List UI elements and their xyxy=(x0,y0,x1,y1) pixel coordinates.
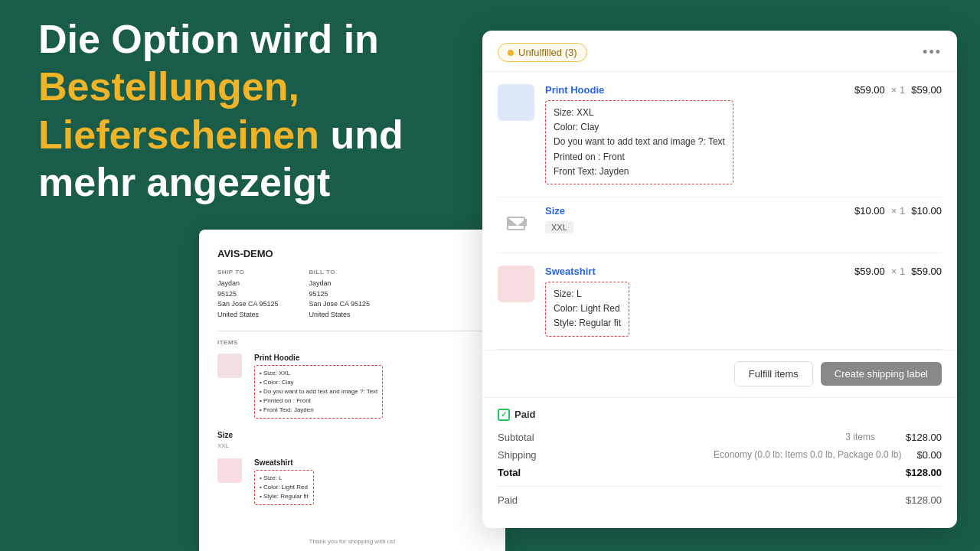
doc-item-name-sweatshirt: Sweatshirt xyxy=(254,458,314,467)
order-item-print-hoodie: Print Hoodie Size: XXL Color: Clay Do yo… xyxy=(498,72,942,197)
order-items-list: Print Hoodie Size: XXL Color: Clay Do yo… xyxy=(482,72,957,350)
shipping-label: Shipping xyxy=(498,449,537,461)
doc-item-size: Size XXL xyxy=(217,431,487,449)
summary-shipping-row: Shipping Economy (0.0 lb: Items 0.0 lb, … xyxy=(498,449,942,461)
item-props-hoodie: Size: XXL Color: Clay Do you want to add… xyxy=(545,100,733,184)
order-item-size: Size XXL $10.00 × 1 $10.00 xyxy=(498,197,942,253)
subtotal-value: $128.00 xyxy=(906,432,942,443)
size-price: $10.00 xyxy=(854,205,885,217)
shipping-desc: Economy (0.0 lb: Items 0.0 lb, Package 0… xyxy=(714,449,901,460)
create-shipping-label-button[interactable]: Create shipping label xyxy=(821,362,942,386)
shipping-value: $0.00 xyxy=(916,449,942,461)
doc-sw-prop-1: Size: L xyxy=(260,474,309,483)
doc-items-label: ITEMS xyxy=(217,339,487,346)
paid-row-value: $128.00 xyxy=(906,494,942,506)
sw-total: $59.00 xyxy=(911,266,942,277)
doc-sw-prop-3: Style: Regular fit xyxy=(260,492,309,501)
left-text-block: Die Option wird in Bestellungen, Liefers… xyxy=(38,15,467,207)
doc-footer: Thank you for shopping with us! xyxy=(199,538,505,545)
headline-line1: Die Option wird in xyxy=(38,17,379,61)
sw-price: $59.00 xyxy=(854,266,885,277)
doc-item-print-hoodie: Print Hoodie Size: XXL Color: Clay Do yo… xyxy=(217,354,487,422)
paid-header: Paid xyxy=(498,409,942,421)
size-item-icon xyxy=(498,205,534,242)
hoodie-price: $59.00 xyxy=(854,84,885,96)
hoodie-prop-2: Color: Clay xyxy=(554,120,725,135)
item-name-sweatshirt[interactable]: Sweatshirt xyxy=(545,266,839,277)
paid-section: Paid Subtotal 3 items $128.00 Shipping E… xyxy=(482,397,957,506)
doc-prop-1: Size: XXL xyxy=(260,369,377,378)
item-thumb-hoodie xyxy=(498,84,534,121)
doc-item-content-hoodie: Print Hoodie Size: XXL Color: Clay Do yo… xyxy=(254,354,383,422)
hoodie-prop-5: Front Text: Jayden xyxy=(554,165,725,179)
doc-ship-to: SHIP TO Jaydan95125San Jose CA 95125Unit… xyxy=(217,269,279,320)
doc-item-content-sweatshirt: Sweatshirt Size: L Color: Light Red Styl… xyxy=(254,458,314,508)
unfulfilled-header: Unfulfilled (3) ••• xyxy=(482,31,957,72)
size-total: $10.00 xyxy=(911,205,942,217)
item-props-sweatshirt: Size: L Color: Light Red Style: Regular … xyxy=(545,282,629,337)
doc-size-name: Size xyxy=(217,431,487,439)
total-value: $128.00 xyxy=(906,467,942,478)
doc-ship-to-address: Jaydan95125San Jose CA 95125United State… xyxy=(217,279,279,320)
more-options-button[interactable]: ••• xyxy=(923,44,942,60)
hoodie-qty: × 1 xyxy=(891,84,905,96)
item-thumb-sweatshirt xyxy=(498,266,534,302)
check-icon xyxy=(498,409,510,421)
summary-paid-row: Paid $128.00 xyxy=(498,494,942,506)
doc-prop-4: Printed on : Front xyxy=(260,396,377,406)
size-item-sku: XXL xyxy=(545,221,573,233)
doc-item-props-sweatshirt: Size: L Color: Light Red Style: Regular … xyxy=(254,470,314,505)
doc-bill-to: BILL TO Jaydan95125San Jose CA 95125Unit… xyxy=(309,269,371,320)
headline-und: und xyxy=(330,112,403,157)
hoodie-total: $59.00 xyxy=(911,84,942,96)
headline-yellow2: Lieferscheinen xyxy=(38,112,319,157)
summary-total-row: Total $128.00 xyxy=(498,467,942,478)
doc-sw-prop-2: Color: Light Red xyxy=(260,483,309,492)
order-panel: Unfulfilled (3) ••• Print Hoodie Size: X… xyxy=(482,31,957,528)
doc-item-thumb-hoodie xyxy=(217,354,242,378)
doc-prop-2: Color: Clay xyxy=(260,378,377,387)
item-pricing-size: $10.00 × 1 $10.00 xyxy=(839,205,942,217)
doc-prop-5: Front Text: Jayden xyxy=(260,406,377,415)
item-details-sweatshirt: Sweatshirt Size: L Color: Light Red Styl… xyxy=(545,266,839,337)
doc-bill-to-label: BILL TO xyxy=(309,269,371,276)
paid-row-label: Paid xyxy=(498,494,518,506)
hoodie-prop-4: Printed on : Front xyxy=(554,150,725,165)
headline-yellow1: Bestellungen, xyxy=(38,64,299,109)
doc-item-props-hoodie: Size: XXL Color: Clay Do you want to add… xyxy=(254,365,383,419)
item-pricing-sweatshirt: $59.00 × 1 $59.00 xyxy=(839,266,942,277)
size-item-name[interactable]: Size xyxy=(545,205,839,217)
hoodie-prop-1: Size: XXL xyxy=(554,106,725,120)
sw-prop-2: Color: Light Red xyxy=(554,302,621,316)
unfulfilled-label: Unfulfilled (3) xyxy=(518,47,577,58)
hoodie-prop-3: Do you want to add text and image ?: Tex… xyxy=(554,135,725,149)
doc-item-sweatshirt: Sweatshirt Size: L Color: Light Red Styl… xyxy=(217,458,487,508)
doc-company-name: AVIS-DEMO xyxy=(217,248,487,259)
unfulfilled-dot xyxy=(508,50,514,56)
sw-qty: × 1 xyxy=(891,266,905,277)
summary-subtotal-row: Subtotal 3 items $128.00 xyxy=(498,432,942,443)
headline-line3: mehr angezeigt xyxy=(38,160,330,204)
doc-prop-3: Do you want to add text and image ?: Tex… xyxy=(260,387,377,396)
doc-size-sku: XXL xyxy=(217,442,487,449)
doc-bill-to-address: Jaydan95125San Jose CA 95125United State… xyxy=(309,279,371,320)
total-label: Total xyxy=(498,467,521,478)
sw-prop-3: Style: Regular fit xyxy=(554,316,621,331)
doc-item-name-hoodie: Print Hoodie xyxy=(254,354,383,362)
sw-prop-1: Size: L xyxy=(554,287,621,302)
size-item-details: Size XXL xyxy=(545,205,839,233)
item-name-hoodie[interactable]: Print Hoodie xyxy=(545,84,839,96)
item-details-hoodie: Print Hoodie Size: XXL Color: Clay Do yo… xyxy=(545,84,839,184)
unfulfilled-badge: Unfulfilled (3) xyxy=(498,43,587,62)
doc-ship-to-label: SHIP TO xyxy=(217,269,279,276)
envelope-icon xyxy=(507,217,525,230)
item-pricing-hoodie: $59.00 × 1 $59.00 xyxy=(839,84,942,96)
paid-header-label: Paid xyxy=(514,409,535,420)
fulfill-items-button[interactable]: Fulfill items xyxy=(734,361,813,386)
subtotal-qty: 3 items xyxy=(845,432,875,442)
order-item-sweatshirt: Sweatshirt Size: L Color: Light Red Styl… xyxy=(498,253,942,350)
packing-slip-document: AVIS-DEMO SHIP TO Jaydan95125San Jose CA… xyxy=(199,230,505,551)
size-qty: × 1 xyxy=(891,205,905,217)
doc-addresses: SHIP TO Jaydan95125San Jose CA 95125Unit… xyxy=(217,269,487,320)
doc-item-thumb-sweatshirt xyxy=(217,458,242,483)
